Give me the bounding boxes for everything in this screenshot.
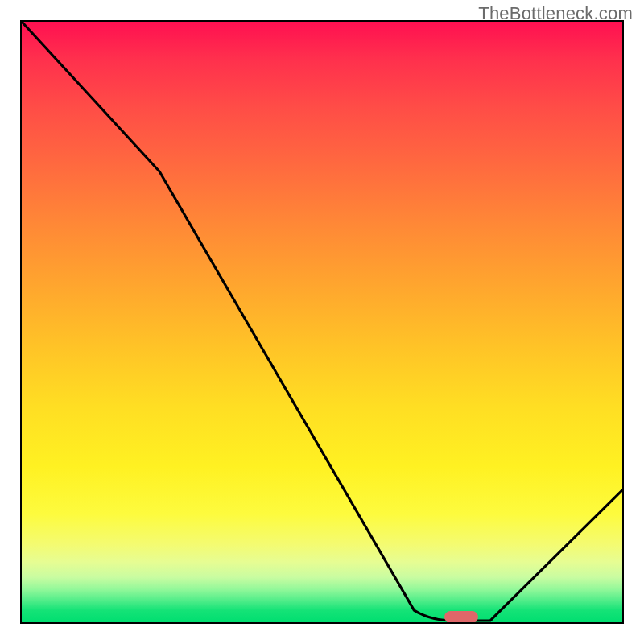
chart-line-curve (22, 22, 622, 622)
chart-plot-area (20, 20, 624, 624)
watermark-text: TheBottleneck.com (478, 3, 633, 24)
optimal-marker (444, 611, 478, 623)
